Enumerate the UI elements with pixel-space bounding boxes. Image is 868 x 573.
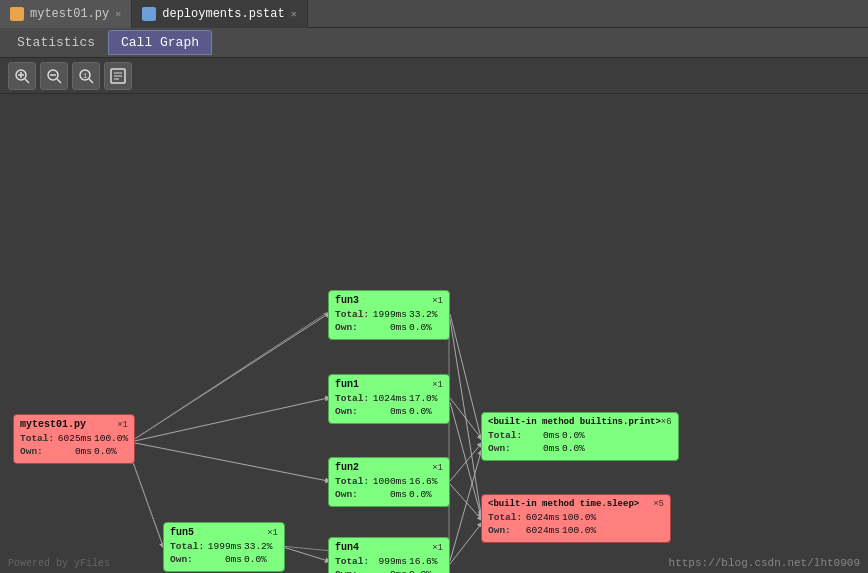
node-builtin-print-title: <built-in method builtins.print>	[488, 417, 661, 427]
node-fun3-title: fun3	[335, 295, 359, 306]
svg-line-26	[450, 524, 481, 564]
node-fun2-title: fun2	[335, 462, 359, 473]
reset-zoom-button[interactable]: 1	[72, 62, 100, 90]
node-fun1-title: fun1	[335, 379, 359, 390]
svg-line-24	[450, 484, 481, 519]
svg-line-5	[57, 79, 61, 83]
svg-line-1	[25, 79, 29, 83]
zoom-out-button[interactable]	[40, 62, 68, 90]
powered-by-label: Powered by yFiles	[8, 558, 110, 569]
svg-line-23	[450, 444, 481, 481]
url-watermark: https://blog.csdn.net/lht0909	[669, 557, 860, 569]
svg-text:1: 1	[83, 72, 87, 80]
tab-deployments[interactable]: deployments.pstat ✕	[132, 0, 307, 28]
node-mytest01-title: mytest01.py	[20, 419, 86, 430]
node-mytest01[interactable]: mytest01.py ×1 Total: 6025ms 100.0% Own:…	[13, 414, 135, 464]
svg-line-22	[450, 402, 481, 516]
tab-statistics[interactable]: Statistics	[4, 30, 108, 55]
sub-tabs-bar: Statistics Call Graph	[0, 28, 868, 58]
node-fun5-title: fun5	[170, 527, 194, 538]
svg-line-19	[450, 314, 481, 438]
svg-line-15	[130, 398, 328, 442]
svg-line-21	[450, 398, 481, 438]
node-builtin-print[interactable]: <built-in method builtins.print> ×6 Tota…	[481, 412, 679, 461]
pstat-file-icon	[142, 7, 156, 21]
export-button[interactable]	[104, 62, 132, 90]
svg-line-16	[130, 442, 328, 481]
graph-area: mytest01.py ×1 Total: 6025ms 100.0% Own:…	[0, 94, 868, 573]
node-fun2[interactable]: fun2 ×1 Total: 1000ms 16.6% Own: 0ms 0.0…	[328, 457, 450, 507]
tab-mytest01[interactable]: mytest01.py ✕	[0, 0, 132, 28]
node-builtin-sleep[interactable]: <built-in method time.sleep> ×5 Total: 6…	[481, 494, 671, 543]
node-fun3[interactable]: fun3 ×1 Total: 1999ms 33.2% Own: 0ms 0.0…	[328, 290, 450, 340]
node-fun4[interactable]: fun4 ×1 Total: 999ms 16.6% Own: 0ms 0.0%	[328, 537, 450, 573]
close-tab-deployments[interactable]: ✕	[291, 8, 297, 20]
svg-line-25	[450, 452, 481, 561]
close-tab-mytest01[interactable]: ✕	[115, 8, 121, 20]
tab-label-mytest01: mytest01.py	[30, 7, 109, 21]
node-fun1[interactable]: fun1 ×1 Total: 1024ms 17.0% Own: 0ms 0.0…	[328, 374, 450, 424]
toolbar: 1	[0, 58, 868, 94]
svg-line-8	[89, 79, 93, 83]
zoom-in-button[interactable]	[8, 62, 36, 90]
svg-line-18	[280, 546, 328, 561]
node-mytest01-multiplier: ×1	[117, 420, 128, 430]
node-builtin-sleep-title: <built-in method time.sleep>	[488, 499, 639, 509]
python-file-icon	[10, 7, 24, 21]
svg-line-17	[130, 454, 163, 546]
node-fun5[interactable]: fun5 ×1 Total: 1999ms 33.2% Own: 0ms 0.0…	[163, 522, 285, 572]
tab-label-deployments: deployments.pstat	[162, 7, 284, 21]
svg-line-20	[450, 319, 481, 514]
title-bar: mytest01.py ✕ deployments.pstat ✕	[0, 0, 868, 28]
tab-call-graph[interactable]: Call Graph	[108, 30, 212, 55]
svg-line-14	[130, 314, 328, 442]
node-fun4-title: fun4	[335, 542, 359, 553]
